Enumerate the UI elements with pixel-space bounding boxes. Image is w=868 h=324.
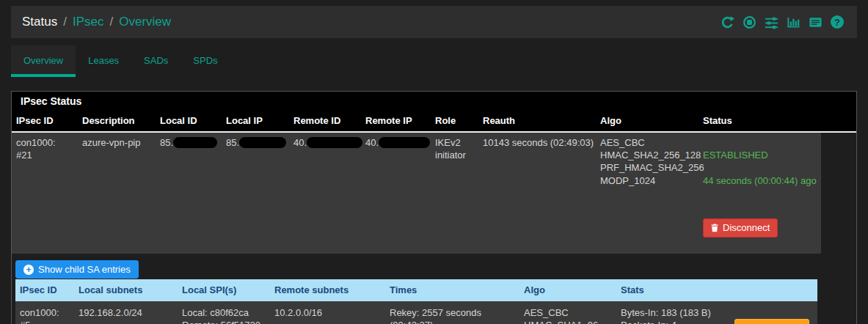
breadcrumb-ipsec-link[interactable]: IPsec <box>73 15 104 29</box>
cell-reauth: 10143 seconds (02:49:03) <box>478 133 596 254</box>
col-local-subnets: Local subnets <box>74 279 178 301</box>
cell-child-actions: Disconnect <box>730 301 817 324</box>
panel-title: IPsec Status <box>12 92 856 110</box>
refresh-icon[interactable] <box>721 15 734 29</box>
cell-remote-subnets: 10.2.0.0/16 <box>270 301 385 324</box>
local-ip-prefix: 85. <box>226 137 239 148</box>
redaction-blob <box>379 137 430 148</box>
show-child-sa-label: Show child SA entries <box>38 264 131 276</box>
cell-stats: Bytes-In: 183 (183 B) Packets-In: 4 Byte… <box>616 301 730 324</box>
tab-leases[interactable]: Leases <box>76 45 131 77</box>
cell-remote-ip: 40. <box>361 133 431 254</box>
remote-id-prefix: 40. <box>293 137 307 148</box>
col-role: Role <box>431 110 478 131</box>
col-local-ip: Local IP <box>222 110 289 131</box>
col-remote-ip: Remote IP <box>361 110 431 131</box>
tab-overview[interactable]: Overview <box>11 45 76 77</box>
cell-local-subnets: 192.168.2.0/24 <box>74 301 178 324</box>
breadcrumb: Status / IPsec / Overview <box>22 15 171 29</box>
sliders-icon[interactable] <box>765 15 778 29</box>
redaction-blob <box>239 137 286 148</box>
cell-status: ESTABLISHED 44 seconds (00:00:44) ago Di… <box>699 133 821 254</box>
stop-auto-refresh-icon[interactable] <box>743 15 756 29</box>
child-table-header: IPsec ID Local subnets Local SPI(s) Remo… <box>15 279 817 301</box>
col-child-algo: Algo <box>519 279 616 301</box>
col-local-id: Local ID <box>156 110 222 131</box>
status-age: 44 seconds (00:00:44) ago <box>703 174 817 187</box>
tab-bar: Overview Leases SADs SPDs <box>11 45 857 77</box>
redaction-blob <box>173 137 217 148</box>
col-child-ipsec-id: IPsec ID <box>15 279 74 301</box>
breadcrumb-overview-link[interactable]: Overview <box>119 15 171 29</box>
disconnect-p1-button[interactable]: Disconnect <box>703 218 778 238</box>
plus-circle-icon: + <box>23 265 34 275</box>
disconnect-child-sa-button[interactable]: Disconnect <box>734 319 809 324</box>
show-child-sa-button[interactable]: + Show child SA entries <box>15 260 139 279</box>
header-action-icons: ? <box>721 15 844 29</box>
col-stats: Stats <box>616 279 730 301</box>
cell-remote-id: 40. <box>289 133 361 254</box>
cell-local-ip: 85. <box>222 133 289 254</box>
disconnect-p1-label: Disconnect <box>723 222 770 234</box>
breadcrumb-status: Status <box>22 15 57 29</box>
cell-local-id: 85. <box>156 133 222 254</box>
trash-icon <box>711 224 718 232</box>
col-algo: Algo <box>596 110 699 131</box>
status-table-header: IPsec ID Description Local ID Local IP R… <box>12 110 856 133</box>
col-child-actions <box>730 279 817 301</box>
status-established: ESTABLISHED <box>703 149 817 161</box>
col-remote-id: Remote ID <box>289 110 361 131</box>
breadcrumb-separator: / <box>109 15 113 29</box>
status-table-row: con1000: #21 azure-vpn-pip 85. 85. 40. 4… <box>12 133 821 254</box>
col-reauth: Reauth <box>478 110 596 131</box>
cell-child-ipsec-id: con1000: #5 <box>15 301 74 324</box>
col-status: Status <box>699 110 856 131</box>
cell-role: IKEv2 initiator <box>431 133 478 254</box>
cell-child-algo: AES_CBC HMAC_SHA1_96 IPComp: none <box>519 301 616 324</box>
chart-bar-icon[interactable] <box>787 15 800 29</box>
log-view-icon[interactable] <box>809 15 823 29</box>
col-local-spis: Local SPI(s) <box>178 279 270 301</box>
tab-sads[interactable]: SADs <box>131 45 180 77</box>
cell-local-spis: Local: c80f62ca Remote: 56f51720 <box>178 301 270 324</box>
help-icon[interactable]: ? <box>831 15 844 29</box>
breadcrumb-bar: Status / IPsec / Overview <box>11 6 857 38</box>
cell-description: azure-vpn-pip <box>78 133 156 254</box>
col-ipsec-id: IPsec ID <box>12 110 78 131</box>
ipsec-status-panel: IPsec Status IPsec ID Description Local … <box>11 91 857 324</box>
tab-spds[interactable]: SPDs <box>180 45 230 77</box>
cell-ipsec-id: con1000: #21 <box>12 133 78 254</box>
col-remote-subnets: Remote subnets <box>270 279 385 301</box>
redaction-blob <box>307 137 362 148</box>
child-sa-table: IPsec ID Local subnets Local SPI(s) Remo… <box>15 279 817 324</box>
breadcrumb-separator: / <box>63 15 67 29</box>
cell-times: Rekey: 2557 seconds (00:42:37) Life: 355… <box>385 301 519 324</box>
remote-ip-prefix: 40. <box>365 137 379 148</box>
child-table-row: con1000: #5 192.168.2.0/24 Local: c80f62… <box>15 301 817 324</box>
local-id-prefix: 85. <box>160 137 173 148</box>
col-times: Times <box>385 279 519 301</box>
col-description: Description <box>78 110 156 131</box>
cell-algo: AES_CBC HMAC_SHA2_256_128 PRF_HMAC_SHA2_… <box>596 133 699 254</box>
